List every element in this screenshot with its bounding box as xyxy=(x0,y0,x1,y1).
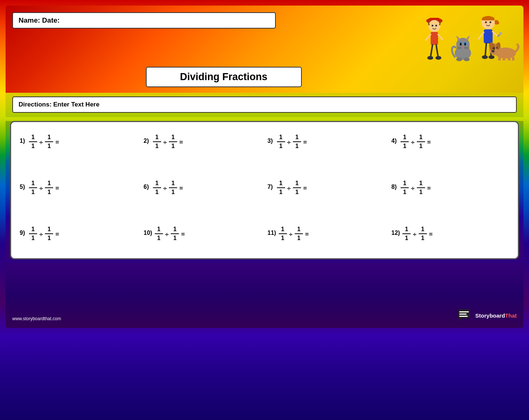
problem-4: 4) 1 1 ÷ 1 1 = xyxy=(388,129,512,175)
svg-rect-48 xyxy=(498,57,501,60)
problem-11-number: 11) xyxy=(268,226,277,236)
svg-point-30 xyxy=(485,22,487,23)
problem-3: 3) 1 1 ÷ 1 1 = xyxy=(265,129,389,175)
character-girl-hat xyxy=(420,14,448,62)
problem-5-number: 5) xyxy=(20,180,27,190)
problem-9: 9) 1 1 ÷ 1 1 = xyxy=(17,222,141,249)
svg-line-8 xyxy=(431,45,432,57)
problem-5: 5) 1 1 ÷ 1 1 = xyxy=(17,175,141,222)
problem-10-number: 10) xyxy=(144,226,153,236)
worksheet-title: Dividing Fractions xyxy=(146,67,302,87)
problem-9-number: 9) xyxy=(20,226,27,236)
problem-8-number: 8) xyxy=(391,180,399,190)
problem-1: 1) 1 1 ÷ 1 1 = xyxy=(17,129,141,175)
svg-rect-54 xyxy=(459,314,467,315)
problem-2-number: 2) xyxy=(144,134,151,144)
problem-7-number: 7) xyxy=(268,180,275,190)
svg-point-21 xyxy=(464,43,466,46)
problem-11: 11) 1 1 ÷ 1 1 = xyxy=(265,222,389,249)
svg-rect-55 xyxy=(459,316,468,317)
svg-point-3 xyxy=(432,25,434,27)
website-link: www.storyboardthat.com xyxy=(12,316,61,321)
svg-point-31 xyxy=(490,22,492,23)
svg-line-9 xyxy=(436,45,438,57)
svg-rect-51 xyxy=(512,57,515,60)
problem-7: 7) 1 1 ÷ 1 1 = xyxy=(265,175,389,222)
problem-2: 2) 1 1 ÷ 1 1 = xyxy=(141,129,265,175)
problem-12: 12) 1 1 ÷ 1 1 = xyxy=(388,222,512,249)
svg-point-46 xyxy=(496,47,498,49)
problem-6-number: 6) xyxy=(144,180,151,190)
svg-point-4 xyxy=(435,25,437,27)
logo-text: StoryboardThat xyxy=(475,312,517,319)
svg-line-33 xyxy=(479,32,484,39)
svg-line-7 xyxy=(438,35,443,39)
svg-rect-49 xyxy=(503,57,505,60)
svg-point-28 xyxy=(464,58,470,61)
svg-line-37 xyxy=(485,43,486,56)
problem-10: 10) 1 1 ÷ 1 1 = xyxy=(141,222,265,249)
svg-point-10 xyxy=(427,56,433,60)
problem-3-number: 3) xyxy=(268,134,275,144)
svg-point-45 xyxy=(493,47,495,49)
svg-point-11 xyxy=(435,56,441,60)
directions-box: Directions: Enter Text Here xyxy=(12,96,517,113)
character-dog xyxy=(487,36,520,60)
name-date-field: Name: Date: xyxy=(12,12,276,29)
characters-area xyxy=(409,12,517,62)
svg-rect-5 xyxy=(431,32,438,45)
problem-6: 6) 1 1 ÷ 1 1 = xyxy=(141,175,265,222)
problem-4-number: 4) xyxy=(391,134,399,144)
svg-rect-53 xyxy=(459,311,469,312)
problems-grid: 1) 1 1 ÷ 1 1 = xyxy=(17,129,512,249)
svg-line-6 xyxy=(426,35,431,40)
svg-point-20 xyxy=(460,43,461,46)
problem-1-number: 1) xyxy=(20,134,27,144)
problem-8: 8) 1 1 ÷ 1 1 = xyxy=(388,175,512,222)
problem-12-number: 12) xyxy=(391,226,401,236)
logo-area: StoryboardThat xyxy=(458,309,517,321)
storyboardthat-logo-icon xyxy=(458,309,472,321)
svg-point-47 xyxy=(492,50,494,52)
character-cat xyxy=(449,33,477,62)
svg-point-27 xyxy=(456,58,462,61)
svg-rect-50 xyxy=(508,57,510,60)
svg-point-2 xyxy=(428,20,440,32)
svg-line-34 xyxy=(493,32,498,36)
problems-card: 1) 1 1 ÷ 1 1 = xyxy=(10,121,519,259)
